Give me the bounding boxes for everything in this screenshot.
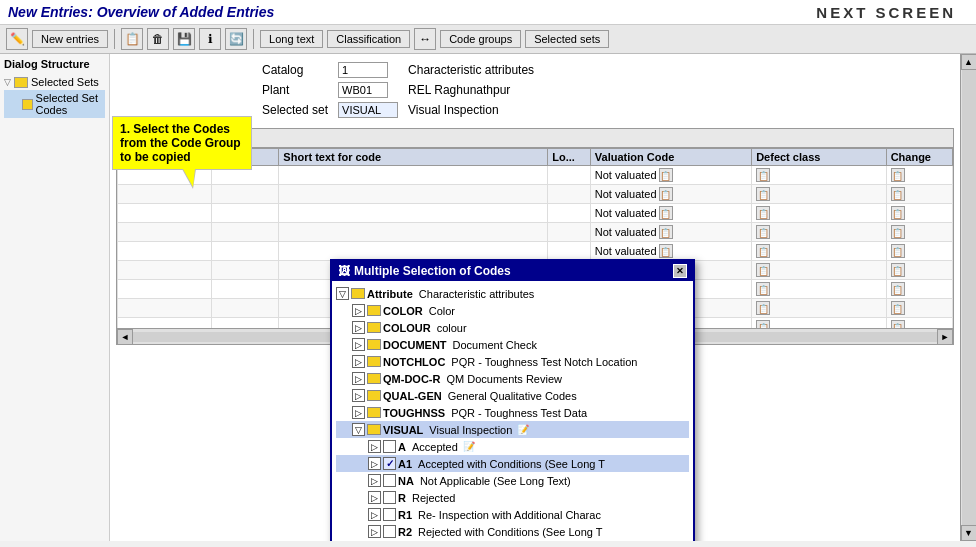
cell-lo[interactable] [548,204,591,223]
tree-expand-btn[interactable]: ▷ [352,338,365,351]
cell-code-group[interactable] [118,280,212,299]
tree-expand-btn[interactable]: ▷ [352,389,365,402]
defect-class-icon[interactable]: 📋 [756,187,770,201]
defect-class-icon[interactable]: 📋 [756,282,770,296]
cell-change[interactable]: 📋 [886,318,952,329]
cell-code-group[interactable] [118,204,212,223]
cell-lo[interactable] [548,242,591,261]
cell-code-group[interactable] [118,223,212,242]
tree-expand-btn[interactable]: ▷ [352,321,365,334]
long-text-button[interactable]: Long text [260,30,323,48]
cell-code[interactable] [212,185,279,204]
cell-short-text[interactable] [279,204,548,223]
change-icon[interactable]: 📋 [891,168,905,182]
tree-expand-btn[interactable]: ▽ [336,287,349,300]
cell-code-group[interactable] [118,261,212,280]
change-icon[interactable]: 📋 [891,263,905,277]
tree-expand-btn[interactable]: ▷ [368,474,381,487]
cell-code[interactable] [212,318,279,329]
sidebar-item-selected-sets[interactable]: ▽ Selected Sets [4,74,105,90]
tree-item[interactable]: ▷RRejected [336,489,689,506]
cell-valuation[interactable]: Not valuated 📋 [590,204,751,223]
defect-class-icon[interactable]: 📋 [756,320,770,328]
cell-defect-class[interactable]: 📋 [752,242,886,261]
tree-expand-btn[interactable]: ▷ [368,457,381,470]
cell-short-text[interactable] [279,185,548,204]
cell-change[interactable]: 📋 [886,242,952,261]
cell-code-group[interactable] [118,299,212,318]
cell-lo[interactable] [548,223,591,242]
toolbar-pencil-icon[interactable]: ✏️ [6,28,28,50]
cell-change[interactable]: 📋 [886,185,952,204]
tree-checkbox[interactable] [383,440,396,453]
scroll-right-btn[interactable]: ► [937,329,953,345]
cell-code[interactable] [212,299,279,318]
cell-valuation[interactable]: Not valuated 📋 [590,185,751,204]
tree-expand-btn[interactable]: ▷ [368,440,381,453]
cell-defect-class[interactable]: 📋 [752,185,886,204]
cell-code[interactable] [212,280,279,299]
cell-defect-class[interactable]: 📋 [752,204,886,223]
valuation-icon[interactable]: 📋 [659,225,673,239]
cell-short-text[interactable] [279,223,548,242]
sidebar-item-selected-set-codes[interactable]: Selected Set Codes [4,90,105,118]
tree-note-icon[interactable]: 📝 [517,424,529,435]
cell-code-group[interactable] [118,318,212,329]
tree-checkbox[interactable] [383,491,396,504]
tree-checkbox[interactable]: ✓ [383,457,396,470]
tree-item[interactable]: ▷COLORColor [336,302,689,319]
tree-expand-btn[interactable]: ▷ [368,508,381,521]
cell-change[interactable]: 📋 [886,261,952,280]
tree-expand-btn[interactable]: ▷ [352,304,365,317]
cell-short-text[interactable] [279,242,548,261]
cell-defect-class[interactable]: 📋 [752,299,886,318]
tree-item[interactable]: ▷R2Rejected with Conditions (See Long T [336,523,689,540]
cell-change[interactable]: 📋 [886,223,952,242]
cell-defect-class[interactable]: 📋 [752,280,886,299]
tree-item[interactable]: ▷VELDCLASWelder Classification [336,540,689,541]
cell-code[interactable] [212,204,279,223]
selected-set-value[interactable] [338,102,398,118]
change-icon[interactable]: 📋 [891,225,905,239]
cell-lo[interactable] [548,185,591,204]
tree-checkbox[interactable] [383,474,396,487]
scroll-up-btn[interactable]: ▲ [961,54,977,70]
cell-defect-class[interactable]: 📋 [752,261,886,280]
scroll-left-btn[interactable]: ◄ [117,329,133,345]
defect-class-icon[interactable]: 📋 [756,244,770,258]
toolbar-arrow-icon[interactable]: ↔ [414,28,436,50]
defect-class-icon[interactable]: 📋 [756,263,770,277]
toolbar-copy-icon[interactable]: 📋 [121,28,143,50]
tree-expand-btn[interactable]: ▷ [352,372,365,385]
classification-button[interactable]: Classification [327,30,410,48]
cell-code[interactable] [212,242,279,261]
change-icon[interactable]: 📋 [891,320,905,328]
tree-item[interactable]: ▷AAccepted📝 [336,438,689,455]
cell-change[interactable]: 📋 [886,204,952,223]
defect-class-icon[interactable]: 📋 [756,168,770,182]
change-icon[interactable]: 📋 [891,301,905,315]
scroll-thumb[interactable] [962,70,976,525]
dialog-close-button[interactable]: ✕ [673,264,687,278]
defect-class-icon[interactable]: 📋 [756,301,770,315]
plant-value[interactable] [338,82,388,98]
defect-class-icon[interactable]: 📋 [756,206,770,220]
defect-class-icon[interactable]: 📋 [756,225,770,239]
tree-item[interactable]: ▽AttributeCharacteristic attributes [336,285,689,302]
cell-defect-class[interactable]: 📋 [752,223,886,242]
cell-change[interactable]: 📋 [886,299,952,318]
scroll-down-btn[interactable]: ▼ [961,525,977,541]
tree-item[interactable]: ▽VISUALVisual Inspection📝 [336,421,689,438]
toolbar-save-icon[interactable]: 💾 [173,28,195,50]
tree-item[interactable]: ▷TOUGHNSSPQR - Toughness Test Data [336,404,689,421]
tree-expand-btn[interactable]: ▷ [368,525,381,538]
change-icon[interactable]: 📋 [891,187,905,201]
change-icon[interactable]: 📋 [891,206,905,220]
cell-defect-class[interactable]: 📋 [752,318,886,329]
toolbar-info-icon[interactable]: ℹ [199,28,221,50]
catalog-value[interactable] [338,62,388,78]
cell-short-text[interactable] [279,166,548,185]
toolbar-delete-icon[interactable]: 🗑 [147,28,169,50]
tree-expand-btn[interactable]: ▽ [352,423,365,436]
new-entries-button[interactable]: New entries [32,30,108,48]
